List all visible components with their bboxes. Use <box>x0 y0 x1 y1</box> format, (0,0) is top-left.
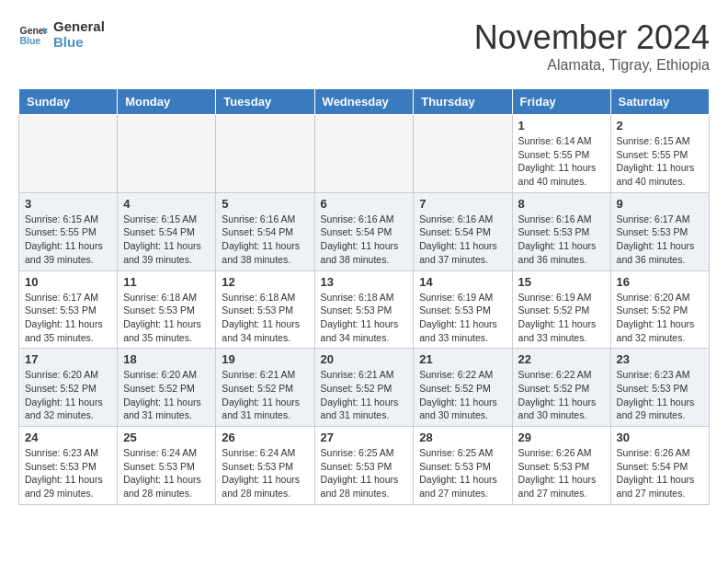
day-info: Sunrise: 6:25 AMSunset: 5:53 PMDaylight:… <box>321 446 408 500</box>
weekday-header-wednesday: Wednesday <box>314 89 414 115</box>
day-info: Sunrise: 6:21 AMSunset: 5:52 PMDaylight:… <box>321 368 408 422</box>
day-info: Sunrise: 6:20 AMSunset: 5:52 PMDaylight:… <box>25 368 111 422</box>
calendar-cell: 20Sunrise: 6:21 AMSunset: 5:52 PMDayligh… <box>314 349 414 427</box>
weekday-header-saturday: Saturday <box>610 89 709 115</box>
day-info: Sunrise: 6:24 AMSunset: 5:53 PMDaylight:… <box>222 446 308 500</box>
day-info: Sunrise: 6:20 AMSunset: 5:52 PMDaylight:… <box>123 368 210 422</box>
day-number: 11 <box>123 275 210 289</box>
calendar-week-5: 24Sunrise: 6:23 AMSunset: 5:53 PMDayligh… <box>19 427 710 505</box>
calendar-cell: 13Sunrise: 6:18 AMSunset: 5:53 PMDayligh… <box>314 270 414 349</box>
calendar-cell: 27Sunrise: 6:25 AMSunset: 5:53 PMDayligh… <box>314 427 414 505</box>
day-number: 23 <box>617 352 703 366</box>
day-info: Sunrise: 6:22 AMSunset: 5:52 PMDaylight:… <box>419 368 506 422</box>
logo: General Blue GeneralBlue <box>18 18 105 50</box>
day-number: 25 <box>123 431 210 444</box>
day-number: 1 <box>518 119 605 132</box>
day-info: Sunrise: 6:20 AMSunset: 5:52 PMDaylight:… <box>617 291 703 345</box>
day-number: 8 <box>518 197 605 211</box>
day-number: 27 <box>321 431 408 444</box>
day-number: 3 <box>25 197 111 211</box>
day-info: Sunrise: 6:23 AMSunset: 5:53 PMDaylight:… <box>617 368 703 422</box>
calendar-cell: 1Sunrise: 6:14 AMSunset: 5:55 PMDaylight… <box>512 115 610 193</box>
calendar-cell: 3Sunrise: 6:15 AMSunset: 5:55 PMDaylight… <box>19 192 118 270</box>
calendar-cell: 16Sunrise: 6:20 AMSunset: 5:52 PMDayligh… <box>610 270 709 349</box>
day-info: Sunrise: 6:26 AMSunset: 5:53 PMDaylight:… <box>518 446 605 500</box>
calendar-week-4: 17Sunrise: 6:20 AMSunset: 5:52 PMDayligh… <box>19 349 710 427</box>
day-number: 29 <box>518 431 605 444</box>
calendar-cell <box>216 115 314 193</box>
day-number: 21 <box>419 352 506 366</box>
day-info: Sunrise: 6:26 AMSunset: 5:54 PMDaylight:… <box>617 446 703 500</box>
location: Alamata, Tigray, Ethiopia <box>474 57 710 74</box>
calendar-cell: 30Sunrise: 6:26 AMSunset: 5:54 PMDayligh… <box>610 427 709 505</box>
logo-text: GeneralBlue <box>53 18 105 50</box>
day-number: 30 <box>617 431 703 444</box>
svg-text:Blue: Blue <box>20 36 41 46</box>
day-number: 13 <box>321 275 408 289</box>
day-info: Sunrise: 6:16 AMSunset: 5:54 PMDaylight:… <box>321 213 408 267</box>
calendar-cell <box>314 115 414 193</box>
day-number: 22 <box>518 352 605 366</box>
day-info: Sunrise: 6:22 AMSunset: 5:52 PMDaylight:… <box>518 368 605 422</box>
month-title: November 2024 <box>474 18 710 57</box>
day-number: 26 <box>222 431 308 444</box>
calendar-cell: 2Sunrise: 6:15 AMSunset: 5:55 PMDaylight… <box>610 115 709 193</box>
calendar-cell: 28Sunrise: 6:25 AMSunset: 5:53 PMDayligh… <box>414 427 512 505</box>
calendar-cell: 26Sunrise: 6:24 AMSunset: 5:53 PMDayligh… <box>216 427 314 505</box>
calendar-cell: 19Sunrise: 6:21 AMSunset: 5:52 PMDayligh… <box>216 349 314 427</box>
calendar-cell: 6Sunrise: 6:16 AMSunset: 5:54 PMDaylight… <box>314 192 414 270</box>
calendar-cell: 25Sunrise: 6:24 AMSunset: 5:53 PMDayligh… <box>118 427 216 505</box>
day-number: 6 <box>321 197 408 211</box>
weekday-header-sunday: Sunday <box>19 89 118 115</box>
page-header: General Blue GeneralBlue November 2024 A… <box>18 18 710 74</box>
day-number: 24 <box>25 431 111 444</box>
calendar-week-1: 1Sunrise: 6:14 AMSunset: 5:55 PMDaylight… <box>19 115 710 193</box>
title-block: November 2024 Alamata, Tigray, Ethiopia <box>474 18 710 74</box>
day-number: 7 <box>419 197 506 211</box>
day-info: Sunrise: 6:23 AMSunset: 5:53 PMDaylight:… <box>25 446 111 500</box>
calendar-cell: 14Sunrise: 6:19 AMSunset: 5:53 PMDayligh… <box>414 270 512 349</box>
weekday-header-tuesday: Tuesday <box>216 89 314 115</box>
day-number: 9 <box>617 197 703 211</box>
day-number: 17 <box>25 352 111 366</box>
calendar-cell: 29Sunrise: 6:26 AMSunset: 5:53 PMDayligh… <box>512 427 610 505</box>
day-number: 4 <box>123 197 210 211</box>
day-number: 28 <box>419 431 506 444</box>
day-info: Sunrise: 6:19 AMSunset: 5:52 PMDaylight:… <box>518 291 605 345</box>
day-number: 12 <box>222 275 308 289</box>
calendar-cell: 5Sunrise: 6:16 AMSunset: 5:54 PMDaylight… <box>216 192 314 270</box>
calendar-cell: 21Sunrise: 6:22 AMSunset: 5:52 PMDayligh… <box>414 349 512 427</box>
calendar-cell: 11Sunrise: 6:18 AMSunset: 5:53 PMDayligh… <box>118 270 216 349</box>
logo-icon: General Blue <box>18 19 48 49</box>
day-info: Sunrise: 6:21 AMSunset: 5:52 PMDaylight:… <box>222 368 308 422</box>
day-info: Sunrise: 6:16 AMSunset: 5:53 PMDaylight:… <box>518 213 605 267</box>
calendar-cell: 15Sunrise: 6:19 AMSunset: 5:52 PMDayligh… <box>512 270 610 349</box>
day-number: 19 <box>222 352 308 366</box>
calendar-cell: 12Sunrise: 6:18 AMSunset: 5:53 PMDayligh… <box>216 270 314 349</box>
day-number: 2 <box>617 119 703 132</box>
day-info: Sunrise: 6:25 AMSunset: 5:53 PMDaylight:… <box>419 446 506 500</box>
calendar-cell: 9Sunrise: 6:17 AMSunset: 5:53 PMDaylight… <box>610 192 709 270</box>
calendar-cell: 22Sunrise: 6:22 AMSunset: 5:52 PMDayligh… <box>512 349 610 427</box>
day-info: Sunrise: 6:15 AMSunset: 5:55 PMDaylight:… <box>25 213 111 267</box>
day-info: Sunrise: 6:18 AMSunset: 5:53 PMDaylight:… <box>222 291 308 345</box>
calendar-cell: 4Sunrise: 6:15 AMSunset: 5:54 PMDaylight… <box>118 192 216 270</box>
day-info: Sunrise: 6:24 AMSunset: 5:53 PMDaylight:… <box>123 446 210 500</box>
weekday-header-monday: Monday <box>118 89 216 115</box>
calendar-week-2: 3Sunrise: 6:15 AMSunset: 5:55 PMDaylight… <box>19 192 710 270</box>
day-number: 14 <box>419 275 506 289</box>
day-number: 18 <box>123 352 210 366</box>
day-info: Sunrise: 6:18 AMSunset: 5:53 PMDaylight:… <box>123 291 210 345</box>
calendar-cell: 17Sunrise: 6:20 AMSunset: 5:52 PMDayligh… <box>19 349 118 427</box>
calendar-cell: 18Sunrise: 6:20 AMSunset: 5:52 PMDayligh… <box>118 349 216 427</box>
day-number: 10 <box>25 275 111 289</box>
weekday-header-friday: Friday <box>512 89 610 115</box>
day-info: Sunrise: 6:17 AMSunset: 5:53 PMDaylight:… <box>25 291 111 345</box>
calendar-table: SundayMondayTuesdayWednesdayThursdayFrid… <box>18 88 710 505</box>
day-info: Sunrise: 6:19 AMSunset: 5:53 PMDaylight:… <box>419 291 506 345</box>
calendar-cell <box>414 115 512 193</box>
calendar-cell: 24Sunrise: 6:23 AMSunset: 5:53 PMDayligh… <box>19 427 118 505</box>
day-info: Sunrise: 6:14 AMSunset: 5:55 PMDaylight:… <box>518 134 605 189</box>
calendar-cell: 10Sunrise: 6:17 AMSunset: 5:53 PMDayligh… <box>19 270 118 349</box>
calendar-cell: 7Sunrise: 6:16 AMSunset: 5:54 PMDaylight… <box>414 192 512 270</box>
